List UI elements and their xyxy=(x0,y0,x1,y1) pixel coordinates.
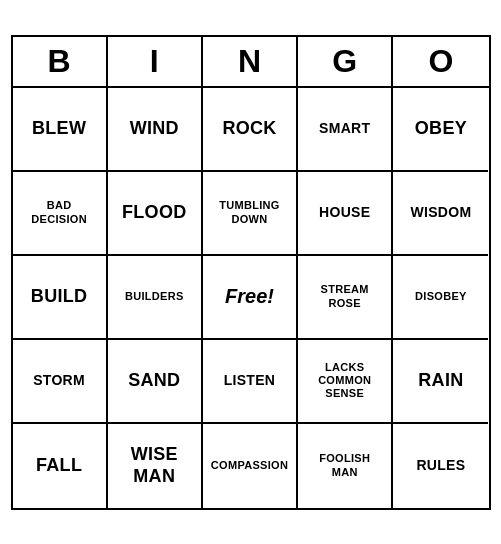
bingo-cell-13: STREAMROSE xyxy=(298,256,393,340)
bingo-cell-10: BUILD xyxy=(13,256,108,340)
cell-text-20: FALL xyxy=(36,455,82,477)
bingo-cell-4: OBEY xyxy=(393,88,488,172)
cell-text-22: COMPASSION xyxy=(211,459,288,472)
cell-text-2: ROCK xyxy=(222,118,276,140)
cell-text-21: WISEMAN xyxy=(131,444,178,487)
cell-text-8: HOUSE xyxy=(319,204,370,221)
bingo-cell-23: FOOLISHMAN xyxy=(298,424,393,508)
cell-text-23: FOOLISHMAN xyxy=(319,452,370,478)
bingo-cell-22: COMPASSION xyxy=(203,424,298,508)
bingo-cell-14: DISOBEY xyxy=(393,256,488,340)
cell-text-17: LISTEN xyxy=(224,372,276,389)
free-cell-label: Free! xyxy=(225,285,274,308)
cell-text-19: RAIN xyxy=(418,370,463,392)
cell-text-5: BADDECISION xyxy=(31,199,87,225)
cell-text-18: LACKSCOMMONSENSE xyxy=(318,361,371,401)
header-letter-i: I xyxy=(108,37,203,86)
cell-text-3: SMART xyxy=(319,120,370,137)
header-letter-n: N xyxy=(203,37,298,86)
header-letter-g: G xyxy=(298,37,393,86)
header-letter-o: O xyxy=(393,37,488,86)
cell-text-9: WISDOM xyxy=(410,204,471,221)
bingo-cell-16: SAND xyxy=(108,340,203,424)
cell-text-10: BUILD xyxy=(31,286,88,308)
bingo-cell-15: STORM xyxy=(13,340,108,424)
bingo-cell-2: ROCK xyxy=(203,88,298,172)
bingo-cell-12: Free! xyxy=(203,256,298,340)
cell-text-14: DISOBEY xyxy=(415,290,467,303)
bingo-cell-24: RULES xyxy=(393,424,488,508)
bingo-cell-5: BADDECISION xyxy=(13,172,108,256)
bingo-card: BINGO BLEWWINDROCKSMARTOBEYBADDECISIONFL… xyxy=(11,35,491,510)
cell-text-6: FLOOD xyxy=(122,202,187,224)
cell-text-15: STORM xyxy=(33,372,85,389)
header-letter-b: B xyxy=(13,37,108,86)
cell-text-16: SAND xyxy=(128,370,180,392)
bingo-header: BINGO xyxy=(13,37,489,88)
bingo-cell-0: BLEW xyxy=(13,88,108,172)
bingo-cell-9: WISDOM xyxy=(393,172,488,256)
bingo-cell-21: WISEMAN xyxy=(108,424,203,508)
bingo-cell-6: FLOOD xyxy=(108,172,203,256)
bingo-cell-19: RAIN xyxy=(393,340,488,424)
bingo-cell-7: TUMBLINGDOWN xyxy=(203,172,298,256)
bingo-grid: BLEWWINDROCKSMARTOBEYBADDECISIONFLOODTUM… xyxy=(13,88,489,508)
bingo-cell-1: WIND xyxy=(108,88,203,172)
cell-text-4: OBEY xyxy=(415,118,467,140)
bingo-cell-8: HOUSE xyxy=(298,172,393,256)
cell-text-13: STREAMROSE xyxy=(321,283,369,309)
bingo-cell-17: LISTEN xyxy=(203,340,298,424)
bingo-cell-11: BUILDERS xyxy=(108,256,203,340)
cell-text-0: BLEW xyxy=(32,118,86,140)
cell-text-11: BUILDERS xyxy=(125,290,184,303)
cell-text-24: RULES xyxy=(416,457,465,474)
cell-text-7: TUMBLINGDOWN xyxy=(219,199,279,225)
cell-text-1: WIND xyxy=(130,118,179,140)
bingo-cell-3: SMART xyxy=(298,88,393,172)
bingo-cell-20: FALL xyxy=(13,424,108,508)
bingo-cell-18: LACKSCOMMONSENSE xyxy=(298,340,393,424)
